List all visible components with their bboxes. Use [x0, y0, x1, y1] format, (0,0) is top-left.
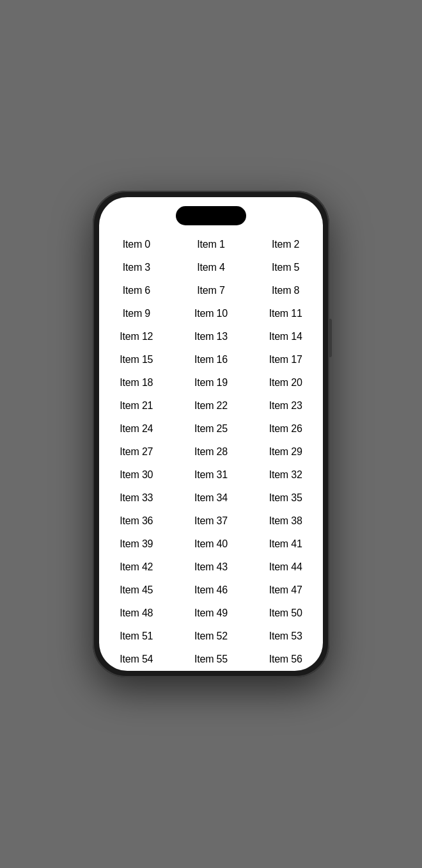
list-item: Item 26: [248, 417, 323, 440]
list-item: Item 54: [99, 648, 174, 671]
list-item: Item 48: [99, 602, 174, 625]
list-item: Item 15: [99, 348, 174, 371]
list-item: Item 2: [248, 233, 323, 256]
list-item: Item 28: [174, 440, 249, 463]
list-item: Item 25: [174, 417, 249, 440]
list-item: Item 8: [248, 279, 323, 302]
list-item: Item 6: [99, 279, 174, 302]
list-item: Item 31: [174, 463, 249, 486]
list-item: Item 12: [99, 325, 174, 348]
list-item: Item 21: [99, 394, 174, 417]
list-item: Item 39: [99, 533, 174, 556]
list-item: Item 7: [174, 279, 249, 302]
list-item: Item 4: [174, 256, 249, 279]
list-item: Item 19: [174, 371, 249, 394]
list-item: Item 52: [174, 625, 249, 648]
list-item: Item 47: [248, 579, 323, 602]
list-item: Item 23: [248, 394, 323, 417]
list-item: Item 14: [248, 325, 323, 348]
notch-area: [99, 197, 323, 229]
list-item: Item 11: [248, 302, 323, 325]
list-item: Item 42: [99, 556, 174, 579]
list-item: Item 55: [174, 648, 249, 671]
list-item: Item 51: [99, 625, 174, 648]
list-item: Item 49: [174, 602, 249, 625]
list-item: Item 53: [248, 625, 323, 648]
side-button[interactable]: [329, 319, 332, 357]
phone-frame: Item 0Item 1Item 2Item 3Item 4Item 5Item…: [93, 191, 329, 677]
list-item: Item 1: [174, 233, 249, 256]
list-item: Item 44: [248, 556, 323, 579]
phone-screen: Item 0Item 1Item 2Item 3Item 4Item 5Item…: [99, 197, 323, 671]
list-item: Item 9: [99, 302, 174, 325]
list-item: Item 30: [99, 463, 174, 486]
list-item: Item 56: [248, 648, 323, 671]
list-item: Item 32: [248, 463, 323, 486]
list-item: Item 43: [174, 556, 249, 579]
dynamic-island: [176, 206, 246, 225]
list-item: Item 40: [174, 533, 249, 556]
list-item: Item 34: [174, 486, 249, 510]
list-item: Item 22: [174, 394, 249, 417]
list-item: Item 36: [99, 510, 174, 533]
list-item: Item 5: [248, 256, 323, 279]
list-item: Item 13: [174, 325, 249, 348]
list-item: Item 29: [248, 440, 323, 463]
list-item: Item 18: [99, 371, 174, 394]
list-item: Item 50: [248, 602, 323, 625]
list-item: Item 41: [248, 533, 323, 556]
list-item: Item 10: [174, 302, 249, 325]
list-item: Item 27: [99, 440, 174, 463]
list-item: Item 20: [248, 371, 323, 394]
items-grid: Item 0Item 1Item 2Item 3Item 4Item 5Item…: [99, 233, 323, 671]
list-item: Item 38: [248, 510, 323, 533]
list-item: Item 46: [174, 579, 249, 602]
list-item: Item 24: [99, 417, 174, 440]
list-item: Item 16: [174, 348, 249, 371]
list-item: Item 35: [248, 486, 323, 510]
list-item: Item 37: [174, 510, 249, 533]
list-item: Item 45: [99, 579, 174, 602]
scroll-view[interactable]: Item 0Item 1Item 2Item 3Item 4Item 5Item…: [99, 229, 323, 671]
list-item: Item 17: [248, 348, 323, 371]
list-item: Item 3: [99, 256, 174, 279]
list-item: Item 33: [99, 486, 174, 510]
list-item: Item 0: [99, 233, 174, 256]
